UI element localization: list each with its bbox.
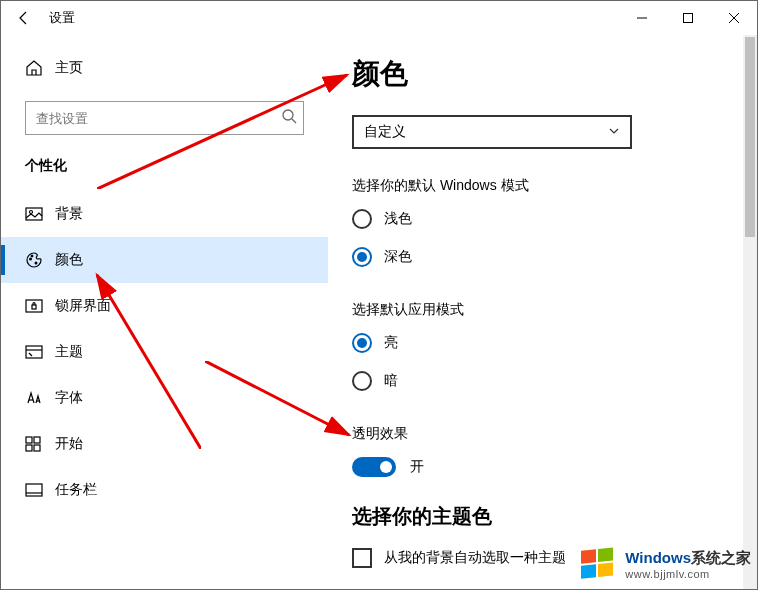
svg-point-9	[31, 255, 33, 257]
svg-rect-24	[598, 547, 613, 562]
titlebar: 设置	[1, 1, 757, 35]
svg-rect-17	[34, 445, 40, 451]
svg-rect-11	[26, 300, 42, 312]
sidebar-item-label: 主题	[55, 343, 83, 361]
window-title: 设置	[49, 9, 75, 27]
maximize-icon	[682, 12, 694, 24]
svg-point-4	[283, 110, 293, 120]
sidebar-item-colors[interactable]: 颜色	[1, 237, 328, 283]
sidebar-section-title: 个性化	[1, 157, 328, 191]
radio-icon	[352, 247, 372, 267]
sidebar-item-lockscreen[interactable]: 锁屏界面	[1, 283, 328, 329]
back-arrow-icon	[16, 10, 32, 26]
font-icon	[25, 391, 43, 405]
svg-rect-18	[26, 484, 42, 496]
sidebar-item-label: 字体	[55, 389, 83, 407]
svg-rect-12	[32, 305, 36, 309]
transparency-label: 透明效果	[352, 425, 757, 443]
svg-rect-1	[684, 14, 693, 23]
radio-label: 深色	[384, 248, 412, 266]
transparency-toggle-row: 开	[352, 457, 757, 477]
watermark: Windows系统之家 www.bjjmlv.com	[579, 545, 751, 583]
radio-icon	[352, 371, 372, 391]
settings-window: 设置 主页	[0, 0, 758, 590]
search-input-container[interactable]	[25, 101, 304, 135]
sidebar-item-fonts[interactable]: 字体	[1, 375, 328, 421]
radio-icon	[352, 209, 372, 229]
window-controls	[619, 1, 757, 35]
watermark-brand: Windows系统之家	[625, 549, 751, 568]
sidebar-item-themes[interactable]: 主题	[1, 329, 328, 375]
taskbar-icon	[25, 483, 43, 497]
svg-rect-26	[598, 562, 613, 577]
watermark-url: www.bjjmlv.com	[625, 568, 751, 580]
theme-icon	[25, 345, 43, 359]
sidebar-item-label: 开始	[55, 435, 83, 453]
svg-rect-15	[34, 437, 40, 443]
start-menu-icon	[25, 436, 41, 452]
radio-icon	[352, 333, 372, 353]
checkbox-icon	[352, 548, 372, 568]
svg-rect-16	[26, 445, 32, 451]
radio-app-light[interactable]: 亮	[352, 333, 757, 353]
search-icon	[281, 108, 297, 124]
page-title: 颜色	[352, 55, 757, 93]
app-mode-label: 选择默认应用模式	[352, 301, 757, 319]
back-button[interactable]	[1, 1, 47, 35]
accent-color-heading: 选择你的主题色	[352, 503, 757, 530]
home-label: 主页	[55, 59, 83, 77]
sidebar-item-label: 背景	[55, 205, 83, 223]
svg-rect-23	[581, 549, 596, 564]
svg-point-8	[30, 258, 32, 260]
radio-label: 浅色	[384, 210, 412, 228]
color-mode-dropdown[interactable]: 自定义	[352, 115, 632, 149]
radio-label: 亮	[384, 334, 398, 352]
sidebar-item-label: 锁屏界面	[55, 297, 111, 315]
lock-screen-icon	[25, 299, 43, 313]
sidebar-item-background[interactable]: 背景	[1, 191, 328, 237]
close-icon	[728, 12, 740, 24]
windows-logo-icon	[579, 545, 617, 583]
search-input[interactable]	[36, 111, 281, 126]
minimize-button[interactable]	[619, 1, 665, 35]
transparency-toggle[interactable]	[352, 457, 396, 477]
radio-windows-dark[interactable]: 深色	[352, 247, 757, 267]
toggle-knob	[380, 461, 392, 473]
svg-point-7	[30, 211, 33, 214]
sidebar-item-label: 颜色	[55, 251, 83, 269]
chevron-down-icon	[608, 125, 620, 137]
windows-mode-label: 选择你的默认 Windows 模式	[352, 177, 757, 195]
home-link[interactable]: 主页	[1, 49, 328, 87]
sidebar-item-label: 任务栏	[55, 481, 97, 499]
svg-line-5	[292, 119, 296, 123]
radio-windows-light[interactable]: 浅色	[352, 209, 757, 229]
main-panel: 颜色 自定义 选择你的默认 Windows 模式 浅色 深色 选择默认应用模式 …	[328, 35, 757, 589]
minimize-icon	[636, 12, 648, 24]
svg-rect-14	[26, 437, 32, 443]
checkbox-label: 从我的背景自动选取一种主题	[384, 549, 566, 567]
picture-icon	[25, 207, 43, 221]
toggle-state-label: 开	[410, 458, 424, 476]
svg-rect-25	[581, 564, 596, 579]
dropdown-value: 自定义	[364, 123, 620, 141]
svg-rect-13	[26, 346, 42, 358]
sidebar: 主页 个性化 背景 颜色 锁屏界面	[1, 35, 328, 589]
close-button[interactable]	[711, 1, 757, 35]
sidebar-nav: 背景 颜色 锁屏界面 主题 字体	[1, 191, 328, 513]
scrollbar-thumb[interactable]	[745, 37, 755, 237]
sidebar-item-taskbar[interactable]: 任务栏	[1, 467, 328, 513]
svg-point-10	[35, 262, 37, 264]
scrollbar[interactable]	[743, 35, 757, 589]
radio-app-dark[interactable]: 暗	[352, 371, 757, 391]
home-icon	[25, 59, 43, 77]
sidebar-item-start[interactable]: 开始	[1, 421, 328, 467]
maximize-button[interactable]	[665, 1, 711, 35]
radio-label: 暗	[384, 372, 398, 390]
palette-icon	[25, 251, 43, 269]
content-area: 主页 个性化 背景 颜色 锁屏界面	[1, 35, 757, 589]
